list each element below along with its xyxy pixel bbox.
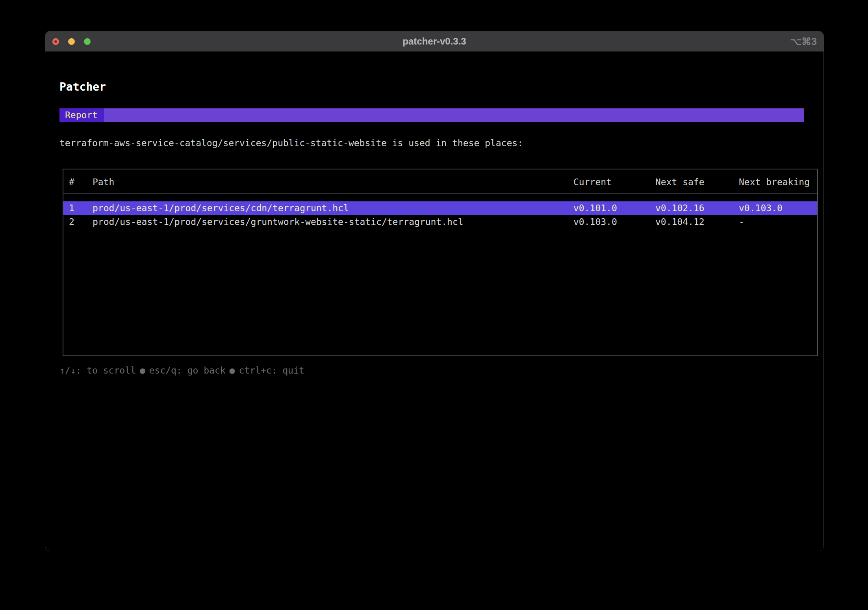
usage-summary-text: terraform-aws-service-catalog/services/p… <box>59 136 523 150</box>
header-current: Current <box>573 175 655 189</box>
help-bullet: ● <box>136 365 149 376</box>
row-next-breaking: v0.103.0 <box>739 201 817 215</box>
row-next-safe: v0.102.16 <box>655 201 739 215</box>
row-next-breaking: - <box>739 215 817 229</box>
report-tab-bar: Report <box>59 108 804 122</box>
window-shortcut-badge: ⌥⌘3 <box>790 31 817 52</box>
header-next-safe: Next safe <box>655 175 739 189</box>
usage-table: # Path Current Next safe Next breaking 1… <box>63 169 818 356</box>
window-title: patcher-v0.3.3 <box>45 31 823 52</box>
header-num: # <box>63 175 93 189</box>
app-heading: Patcher <box>59 80 106 94</box>
table-header: # Path Current Next safe Next breaking <box>63 169 817 189</box>
help-scroll: ↑/↓: to scroll <box>59 365 136 376</box>
row-next-safe: v0.104.12 <box>655 215 739 229</box>
terminal-content: Patcher Report terraform-aws-service-cat… <box>45 52 823 551</box>
row-current: v0.103.0 <box>573 215 655 229</box>
report-tab-label: Report <box>59 108 104 122</box>
title-bar[interactable]: patcher-v0.3.3 ⌥⌘3 <box>45 31 823 52</box>
header-next-breaking: Next breaking <box>739 175 817 189</box>
row-path: prod/us-east-1/prod/services/gruntwork-w… <box>93 215 573 229</box>
row-current: v0.101.0 <box>573 201 655 215</box>
row-path: prod/us-east-1/prod/services/cdn/terragr… <box>93 201 573 215</box>
help-quit: ctrl+c: quit <box>239 365 304 376</box>
help-go-back: esc/q: go back <box>149 365 226 376</box>
help-bullet: ● <box>226 365 239 376</box>
header-path: Path <box>93 175 573 189</box>
terminal-window: patcher-v0.3.3 ⌥⌘3 Patcher Report terraf… <box>45 31 824 551</box>
table-row[interactable]: 2 prod/us-east-1/prod/services/gruntwork… <box>63 215 817 229</box>
row-number: 1 <box>63 201 93 215</box>
row-number: 2 <box>63 215 93 229</box>
help-bar: ↑/↓: to scroll●esc/q: go back●ctrl+c: qu… <box>59 363 304 378</box>
table-body: 1 prod/us-east-1/prod/services/cdn/terra… <box>63 194 817 229</box>
table-row[interactable]: 1 prod/us-east-1/prod/services/cdn/terra… <box>63 201 817 215</box>
report-tab-fill <box>104 108 804 122</box>
